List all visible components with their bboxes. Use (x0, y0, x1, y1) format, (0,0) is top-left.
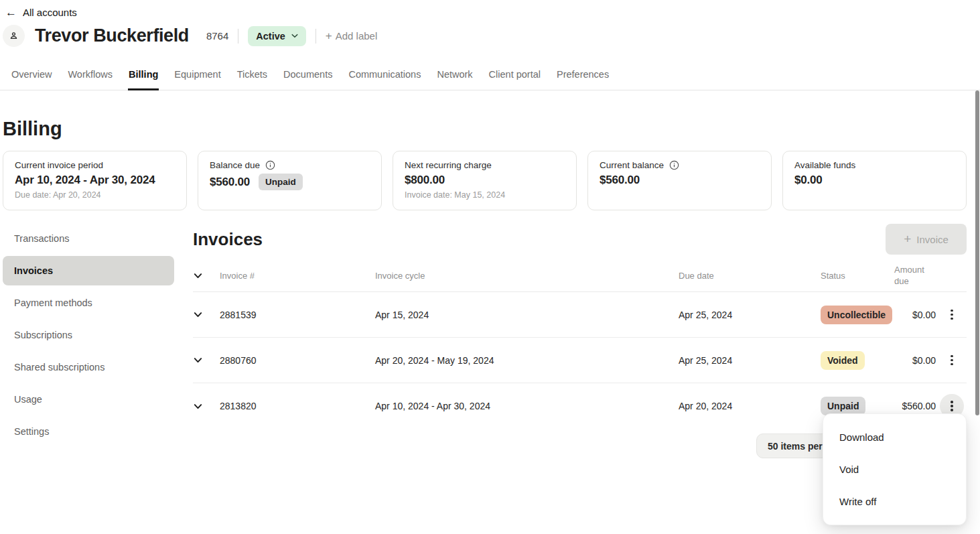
invoice-cycle-cell: Apr 10, 2024 - Apr 30, 2024 (375, 401, 679, 411)
sidebar-item-invoices[interactable]: Invoices (3, 256, 174, 285)
invoice-table-row: 2881539 Apr 15, 2024 Apr 25, 2024 Uncoll… (193, 292, 967, 338)
invoices-title: Invoices (193, 229, 263, 250)
due-date-cell: Apr 25, 2024 (679, 310, 821, 320)
billing-sidebar: Transactions Invoices Payment methods Su… (3, 224, 174, 446)
row-expand-chevron[interactable] (193, 401, 220, 411)
invoice-number-cell: 2880760 (220, 355, 375, 366)
menu-item-download[interactable]: Download (823, 421, 966, 453)
tab-equipment[interactable]: Equipment (173, 62, 221, 90)
summary-card: Balance due $560.00 Unpaid (198, 151, 382, 210)
column-header-invoice-cycle: Invoice cycle (375, 271, 679, 281)
column-header-amount-due: Amount due (894, 265, 937, 287)
card-status-badge: Unpaid (259, 174, 303, 190)
invoice-cycle-cell: Apr 15, 2024 (375, 310, 679, 320)
back-label: All accounts (23, 7, 77, 18)
sidebar-item-usage[interactable]: Usage (3, 385, 174, 414)
card-value: $560.00 (600, 174, 640, 187)
due-date-cell: Apr 25, 2024 (679, 355, 821, 366)
summary-card: Current balance $560.00 (587, 151, 772, 210)
due-date-cell: Apr 20, 2024 (679, 401, 821, 411)
plus-icon: + (326, 29, 332, 43)
avatar (3, 25, 25, 47)
invoice-number-cell: 2881539 (220, 310, 375, 320)
invoice-table-header: Invoice # Invoice cycle Due date Status … (193, 260, 967, 292)
account-status-label: Active (256, 31, 285, 42)
tab-client-portal[interactable]: Client portal (488, 62, 541, 90)
menu-item-void[interactable]: Void (823, 453, 966, 485)
card-label: Balance due (210, 160, 260, 170)
add-label-button[interactable]: + Add label (326, 29, 378, 43)
menu-item-write-off[interactable]: Write off (823, 485, 966, 517)
new-invoice-button[interactable]: + Invoice (886, 224, 967, 255)
back-to-all-accounts-link[interactable]: ← All accounts (5, 7, 77, 18)
tab-workflows[interactable]: Workflows (67, 62, 113, 90)
column-header-invoice-number: Invoice # (220, 271, 375, 281)
divider (316, 29, 316, 44)
info-icon[interactable] (265, 160, 275, 170)
sidebar-item-shared-subscriptions[interactable]: Shared subscriptions (3, 352, 174, 382)
summary-card: Available funds $0.00 (782, 151, 967, 210)
card-label: Current invoice period (15, 160, 103, 170)
tab-billing[interactable]: Billing (128, 62, 159, 90)
account-status-dropdown[interactable]: Active (248, 26, 306, 46)
divider (238, 29, 238, 44)
card-value: $0.00 (794, 174, 823, 187)
row-expand-chevron[interactable] (193, 355, 220, 365)
account-number: 8764 (206, 30, 228, 42)
card-value: Apr 10, 2024 - Apr 30, 2024 (15, 174, 155, 187)
card-label: Next recurring charge (405, 160, 492, 170)
sidebar-item-settings[interactable]: Settings (3, 417, 174, 446)
tab-bar: Overview Workflows Billing Equipment Tic… (0, 62, 980, 90)
card-value: $800.00 (405, 174, 445, 187)
status-badge: Unpaid (821, 397, 865, 415)
amount-due-cell: $0.00 (894, 355, 937, 366)
invoice-table-row: 2880760 Apr 20, 2024 - May 19, 2024 Apr … (193, 338, 967, 383)
status-badge: Voided (821, 351, 865, 370)
invoice-cycle-cell: Apr 20, 2024 - May 19, 2024 (375, 355, 679, 366)
back-arrow-icon: ← (5, 7, 17, 18)
tab-communications[interactable]: Communications (348, 62, 421, 90)
row-actions-kebab-icon[interactable] (940, 348, 964, 373)
row-expand-chevron[interactable] (193, 310, 220, 320)
page-title: Billing (3, 118, 980, 140)
items-per-page-label: 50 items per (768, 441, 823, 452)
sidebar-item-subscriptions[interactable]: Subscriptions (3, 320, 174, 350)
tab-network[interactable]: Network (436, 62, 473, 90)
vertical-scrollbar[interactable] (975, 90, 979, 415)
card-label: Available funds (794, 160, 855, 170)
tab-overview[interactable]: Overview (11, 62, 52, 90)
card-label: Current balance (600, 160, 664, 170)
card-subtext: Invoice date: May 15, 2024 (405, 190, 565, 200)
status-badge: Uncollectible (821, 306, 892, 324)
card-value: $560.00 (210, 176, 250, 189)
card-subtext: Due date: Apr 20, 2024 (15, 190, 175, 200)
billing-summary-cards: Current invoice period Apr 10, 2024 - Ap… (0, 151, 980, 210)
column-header-status: Status (821, 271, 894, 281)
invoice-table-body: 2881539 Apr 15, 2024 Apr 25, 2024 Uncoll… (193, 292, 967, 429)
add-label-text: Add label (336, 30, 378, 42)
sidebar-item-payment-methods[interactable]: Payment methods (3, 288, 174, 318)
summary-card: Current invoice period Apr 10, 2024 - Ap… (3, 151, 187, 210)
plus-icon: + (904, 232, 911, 247)
tab-preferences[interactable]: Preferences (556, 62, 610, 90)
summary-card: Next recurring charge $800.00 Invoice da… (393, 151, 577, 210)
sidebar-item-transactions[interactable]: Transactions (3, 224, 174, 253)
account-header: ← All accounts Trevor Buckerfield 8764 A… (0, 0, 980, 47)
person-icon (8, 30, 19, 42)
row-actions-kebab-icon[interactable] (940, 303, 964, 327)
amount-due-cell: $560.00 (894, 401, 937, 411)
expand-all-chevron[interactable] (193, 271, 220, 281)
tab-tickets[interactable]: Tickets (236, 62, 268, 90)
info-icon[interactable] (669, 160, 679, 170)
chevron-down-icon (291, 34, 298, 38)
column-header-due-date: Due date (679, 271, 821, 281)
new-invoice-button-label: Invoice (916, 234, 949, 245)
account-name: Trevor Buckerfield (35, 25, 189, 46)
tab-documents[interactable]: Documents (283, 62, 333, 90)
row-actions-menu: Download Void Write off (823, 413, 967, 525)
amount-due-cell: $0.00 (894, 310, 937, 320)
invoice-number-cell: 2813820 (220, 401, 375, 411)
